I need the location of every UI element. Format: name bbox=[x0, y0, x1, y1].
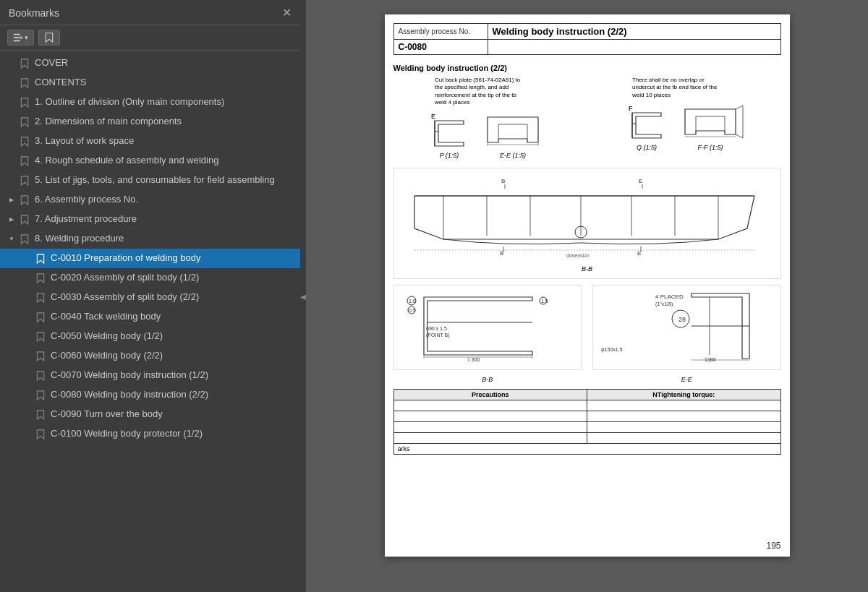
svg-rect-0 bbox=[14, 34, 20, 35]
bookmark-icon-c0040 bbox=[35, 311, 46, 324]
bookmark-item-c0020[interactable]: C-0020 Assembly of split body (1/2) bbox=[0, 268, 300, 288]
view-Q: F Q (1:5) bbox=[625, 102, 668, 151]
page-title: Welding body instruction (2/2) bbox=[488, 24, 780, 40]
panel-header: Bookmarks ✕ bbox=[0, 0, 300, 25]
bookmark-item-item2[interactable]: 2. Dimensions of main components bbox=[0, 112, 300, 132]
bookmark-item-item8[interactable]: ▼ 8. Welding procedure bbox=[0, 229, 300, 249]
bookmark-icon-item5 bbox=[19, 174, 30, 187]
expander-item1 bbox=[6, 96, 17, 109]
svg-text:(POINT B): (POINT B) bbox=[426, 333, 450, 338]
bookmark-label-item3: 3. Layout of work space bbox=[35, 134, 294, 147]
svg-text:28: 28 bbox=[678, 316, 686, 323]
bookmark-label-item5: 5. List of jigs, tools, and consumables … bbox=[35, 173, 294, 186]
bookmark-item-item5[interactable]: 5. List of jigs, tools, and consumables … bbox=[0, 171, 300, 190]
pdf-content: Welding body instruction (2/2) Cut back … bbox=[393, 61, 781, 458]
expander-c0060 bbox=[22, 350, 33, 363]
bookmark-item-c0030[interactable]: C-0030 Assembly of split body (2/2) bbox=[0, 288, 300, 307]
bookmark-item-item1[interactable]: 1. Outline of division (Only main compon… bbox=[0, 93, 300, 112]
bookmark-list: COVER CONTENTS 1. Outline of division (O… bbox=[0, 51, 300, 592]
bookmark-label-cover: COVER bbox=[35, 56, 294, 69]
add-bookmark-button[interactable] bbox=[38, 30, 60, 46]
resize-handle[interactable] bbox=[300, 0, 306, 592]
label-P: P (1:5) bbox=[427, 152, 471, 159]
bookmark-icon-c0010 bbox=[35, 252, 46, 265]
remarks: arks bbox=[398, 445, 410, 452]
bookmark-item-c0040[interactable]: C-0040 Tack welding body bbox=[0, 307, 300, 327]
page-number: 195 bbox=[766, 541, 780, 551]
close-button[interactable]: ✕ bbox=[282, 7, 292, 19]
label-BB-bottom: B-B bbox=[482, 376, 493, 383]
bookmark-item-c0010[interactable]: C-0010 Preparation of welding body bbox=[0, 249, 300, 268]
expander-item8[interactable]: ▼ bbox=[6, 233, 17, 246]
bookmark-icon-c0050 bbox=[35, 330, 46, 343]
bookmark-icon-c0060 bbox=[35, 350, 46, 363]
view-FF: F-F (1:5) bbox=[674, 102, 746, 151]
bookmark-icon-cover bbox=[19, 57, 30, 70]
expander-contents bbox=[6, 77, 17, 90]
svg-text:E: E bbox=[637, 250, 641, 257]
svg-text:690 x 1.5: 690 x 1.5 bbox=[426, 326, 447, 331]
bookmark-item-item4[interactable]: 4. Rough schedule of assembly and weldin… bbox=[0, 151, 300, 171]
bookmark-item-c0080[interactable]: C-0080 Welding body instruction (2/2) bbox=[0, 385, 300, 405]
expander-item4 bbox=[6, 155, 17, 168]
precautions-header: Precautions bbox=[393, 389, 587, 400]
note1: Cut back plate (561-74-02A91) to the spe… bbox=[435, 77, 522, 107]
expander-c0070 bbox=[22, 369, 33, 382]
bookmark-item-cover[interactable]: COVER bbox=[0, 53, 300, 73]
label-BB: B-B bbox=[582, 265, 592, 273]
expander-item7[interactable]: ▶ bbox=[6, 213, 17, 226]
bookmark-label-c0090: C-0090 Turn over the body bbox=[51, 408, 294, 421]
bookmark-icon-c0090 bbox=[35, 408, 46, 421]
svg-text:E: E bbox=[639, 178, 642, 184]
bookmark-label-item6: 6. Assembly process No. bbox=[35, 193, 294, 206]
label-EE-bottom: E-E bbox=[681, 376, 692, 383]
options-arrow: ▾ bbox=[25, 34, 28, 41]
expander-c0020 bbox=[22, 272, 33, 285]
label-FF: F-F (1:5) bbox=[674, 144, 746, 151]
expander-item6[interactable]: ▶ bbox=[6, 194, 17, 207]
label-EE: E-E (1:5) bbox=[477, 152, 549, 159]
bookmark-icon-c0070 bbox=[35, 369, 46, 382]
bookmark-icon-item3 bbox=[19, 135, 30, 148]
bookmark-label-c0060: C-0060 Welding body (2/2) bbox=[51, 349, 294, 362]
bookmark-item-c0100[interactable]: C-0100 Welding body protector (1/2) bbox=[0, 424, 300, 444]
bookmark-item-c0070[interactable]: C-0070 Welding body instruction (1/2) bbox=[0, 366, 300, 385]
options-button[interactable]: ▾ bbox=[7, 30, 34, 46]
pdf-viewer: Assembly process No. Welding body instru… bbox=[306, 0, 868, 592]
svg-marker-3 bbox=[21, 35, 23, 39]
expander-item5 bbox=[6, 174, 17, 187]
bookmark-item-item7[interactable]: ▶ 7. Adjustment procedure bbox=[0, 210, 300, 229]
expander-c0090 bbox=[22, 408, 33, 421]
bookmark-label-c0070: C-0070 Welding body instruction (1/2) bbox=[51, 369, 294, 382]
svg-text:4 PLACED: 4 PLACED bbox=[655, 293, 684, 300]
bookmark-item-item6[interactable]: ▶ 6. Assembly process No. bbox=[0, 190, 300, 210]
svg-rect-1 bbox=[14, 37, 20, 38]
pdf-page: Assembly process No. Welding body instru… bbox=[385, 14, 790, 557]
bookmark-icon-c0030 bbox=[35, 291, 46, 304]
bookmark-label-contents: CONTENTS bbox=[35, 76, 294, 89]
bookmark-icon-item6 bbox=[19, 194, 30, 207]
bookmark-item-contents[interactable]: CONTENTS bbox=[0, 73, 300, 93]
bookmark-icon-contents bbox=[19, 77, 30, 90]
expander-item3 bbox=[6, 135, 17, 148]
bookmark-item-c0050[interactable]: C-0050 Welding body (1/2) bbox=[0, 327, 300, 346]
bookmark-item-c0090[interactable]: C-0090 Turn over the body bbox=[0, 405, 300, 424]
bookmark-label-c0080: C-0080 Welding body instruction (2/2) bbox=[51, 388, 294, 401]
bookmark-label-c0010: C-0010 Preparation of welding body bbox=[51, 252, 294, 265]
panel-title: Bookmarks bbox=[9, 7, 59, 19]
svg-text:φ150x1.5: φ150x1.5 bbox=[601, 347, 623, 353]
cross-section-bb-svg: 1.0 0.5 690 x 1.5 (POINT B) 1.5 bbox=[399, 290, 558, 362]
bookmark-item-c0060[interactable]: C-0060 Welding body (2/2) bbox=[0, 346, 300, 366]
view-P: E P (1:5) bbox=[427, 110, 471, 159]
bookmark-label-c0040: C-0040 Tack welding body bbox=[51, 310, 294, 323]
bookmark-icon-item7 bbox=[19, 213, 30, 226]
bookmark-add-icon bbox=[44, 33, 54, 43]
bookmark-label-item4: 4. Rough schedule of assembly and weldin… bbox=[35, 154, 294, 167]
bottom-labels: B-B E-E bbox=[393, 376, 781, 383]
panel-toolbar: ▾ bbox=[0, 25, 300, 51]
assembly-process-value: C-0080 bbox=[393, 40, 488, 55]
pdf-bottom-table: Precautions NTightening torque: arks bbox=[393, 389, 781, 455]
expander-item2 bbox=[6, 116, 17, 129]
main-drawing-area: B E bbox=[393, 168, 781, 279]
bookmark-item-item3[interactable]: 3. Layout of work space bbox=[0, 132, 300, 151]
